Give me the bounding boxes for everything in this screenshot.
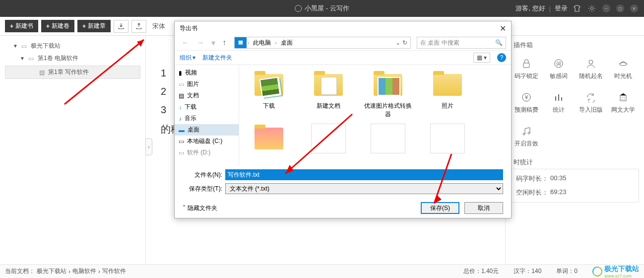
file-grid[interactable]: 下载 新建文档 优速图片格式转换器 照片 [239,65,511,165]
document-tree: ▼ ▭ 极光下载站 ▼ ▭ 第1卷 电脑软件 ▤ 第1章 写作软件 [0,36,146,264]
tool-sound[interactable]: 开启音效 [511,119,543,153]
yen-icon: ¥ [520,91,533,104]
folder-downloads[interactable]: 下载 [244,70,294,119]
cancel-button[interactable]: 取消 [464,202,503,214]
export-icon[interactable] [131,20,146,33]
chart-icon [552,91,565,104]
person-icon [584,57,597,70]
maximize-button[interactable]: □ [616,4,624,12]
tree-disk-c[interactable]: ▭本地磁盘 (C:) [175,136,239,147]
login-link[interactable]: 登录 [555,4,568,13]
tree-music[interactable]: ♪音乐 [175,113,239,124]
breadcrumb: 当前文档： 极光下载站› 电脑软件› 写作软件 [5,267,126,276]
logo-swirl-icon [590,265,604,278]
typing-time-label: 码字时长： [516,174,548,183]
site-logo[interactable]: 极光下载站www.xz7.com [592,265,639,278]
crumb-vol[interactable]: 电脑软件 [72,267,96,276]
filename-label: 文件名(N): [183,171,222,179]
app-title-text: 小黑屋 - 云写作 [305,4,349,13]
hide-folders-link[interactable]: ˄隐藏文件夹 [183,204,217,212]
tree-videos[interactable]: ▮视频 [175,67,239,78]
tool-university[interactable]: 网文大学 [607,85,639,119]
tree-root[interactable]: ▼ ▭ 极光下载站 [3,40,142,52]
path-dropdown-icon[interactable]: ⌄ [395,39,400,46]
import-icon[interactable] [114,20,129,33]
crumb-root[interactable]: 极光下载站 [37,267,66,276]
folder-converter[interactable]: 优速图片格式转换器 [363,70,413,119]
minimize-button[interactable]: － [602,4,610,12]
tool-time-machine[interactable]: 时光机 [607,52,639,85]
font-selector[interactable]: 宋体 [149,21,168,32]
path-breadcrumb[interactable]: › 此电脑 › 桌面 ⌄↻ [234,37,411,49]
svg-text:¥: ¥ [524,94,528,100]
tree-disk-d[interactable]: ▭软件 (D:) [175,147,239,158]
path-desktop[interactable]: 桌面 [278,37,296,48]
folder-photos[interactable]: 照片 [423,70,472,119]
organize-menu[interactable]: 组织 ▾ [180,54,195,62]
app-logo-icon [295,5,302,12]
dialog-nav: ← → ▾ ↑ › 此电脑 › 桌面 ⌄↻ 在 桌面 中搜索 🔍 [175,35,511,50]
drive-icon[interactable] [235,37,247,48]
new-book-button[interactable]: 新建书 [5,20,38,32]
help-icon[interactable]: ? [497,53,506,62]
price-value: 1.40元 [481,268,499,275]
tree-pictures[interactable]: ▭图片 [175,78,239,90]
chars-value: 0 [574,268,578,275]
tool-random-name[interactable]: 随机起名 [575,52,607,85]
filename-input[interactable] [225,169,503,180]
new-folder-button[interactable]: 新建文件夹 [202,54,232,62]
gear-icon[interactable] [586,3,597,14]
file-item[interactable] [304,124,353,153]
idle-time-label: 空闲时长： [516,188,548,197]
nav-forward-icon[interactable]: → [194,38,206,47]
tool-stats[interactable]: 统计 [543,85,575,119]
shirt-icon[interactable] [572,3,582,14]
dialog-close-button[interactable]: ✕ [500,24,506,33]
plugin-panel: 插件箱 码字锁定 词敏感词 随机起名 时光机 ¥预测稿费 统计 导入旧版 网文大… [505,36,644,264]
tree-desktop[interactable]: ▬桌面 [175,124,239,136]
tool-fee[interactable]: ¥预测稿费 [511,85,543,119]
collapse-sidebar-handle[interactable]: ‹ [145,139,152,155]
nav-up-icon[interactable]: ↑ [220,38,228,47]
picture-icon: ▭ [179,81,184,88]
stats-box: 码字时长：00:35 空闲时长：69:23 [511,169,639,203]
svg-point-4 [589,60,593,64]
view-mode-button[interactable]: ▦ ▾ [473,53,490,63]
chapter-icon: ▤ [38,69,45,76]
folder-newdoc[interactable]: 新建文档 [304,70,353,119]
file-item[interactable] [423,124,472,153]
tree-downloads[interactable]: ↓下载 [175,101,239,113]
path-pc[interactable]: 此电脑 [250,37,274,48]
dialog-title: 导出书 [180,24,197,33]
new-volume-button[interactable]: 新建卷 [41,20,74,32]
tool-import-old[interactable]: 导入旧版 [575,85,607,119]
filetype-select[interactable]: 文本文件 (*.txt) [225,183,503,194]
tree-volume[interactable]: ▼ ▭ 第1卷 电脑软件 [3,52,142,65]
path-refresh-icon[interactable]: ↻ [402,39,407,46]
lock-icon [520,57,533,70]
file-item[interactable] [363,124,413,153]
chevron-down-icon: ▼ [13,43,18,49]
file-thumb[interactable] [244,124,294,153]
new-chapter-button[interactable]: 新建章 [77,20,111,32]
crumb-chap[interactable]: 写作软件 [102,267,126,276]
chevron-down-icon: ▼ [20,56,25,61]
tool-lock[interactable]: 码字锁定 [511,52,543,85]
filetype-label: 保存类型(T): [183,185,222,193]
dialog-tree: ▮视频 ▭图片 ▤文档 ↓下载 ♪音乐 ▬桌面 ▭本地磁盘 (C:) ▭软件 (… [175,65,239,165]
plugin-box-title: 插件箱 [514,41,639,50]
guest-label: 游客, 您好 [515,4,545,13]
close-button[interactable]: × [630,4,638,12]
search-input[interactable]: 在 桌面 中搜索 🔍 [417,37,506,49]
tool-sensitive[interactable]: 词敏感词 [543,52,575,85]
book-icon: ▭ [21,43,28,50]
save-button[interactable]: 保存(S) [421,202,459,214]
svg-rect-8 [620,95,626,101]
nav-dropdown-icon[interactable]: ▾ [209,38,217,48]
tree-chapter[interactable]: ▤ 第1章 写作软件 [5,66,140,79]
nav-back-icon[interactable]: ← [180,38,192,47]
document-icon: ▤ [179,92,184,99]
tree-documents[interactable]: ▤文档 [175,90,239,101]
svg-text:词: 词 [556,61,561,67]
svg-rect-9 [239,41,243,44]
